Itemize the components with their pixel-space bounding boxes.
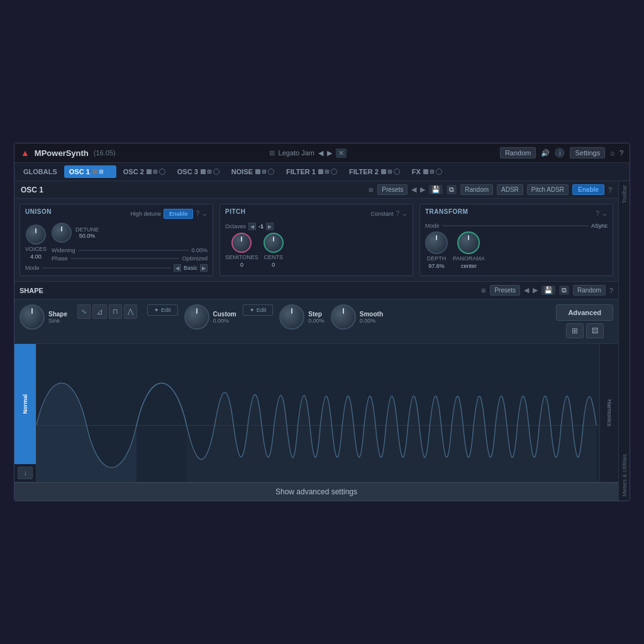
tab-osc3-label: OSC 3 [177, 168, 198, 175]
question-icon[interactable]: ? [608, 186, 612, 194]
filter1-tab-icons: ⊞ [318, 169, 337, 175]
pitch-help-icon[interactable]: ? [396, 210, 399, 217]
adsr-button[interactable]: ADSR [497, 184, 523, 195]
home-icon[interactable]: ⌂ [610, 149, 614, 157]
shape-knob[interactable] [19, 304, 45, 330]
random-button[interactable]: Random [500, 147, 536, 158]
transform-chevron-icon[interactable]: ⌄ [602, 209, 608, 218]
wave-down-button[interactable]: ↓ [18, 467, 33, 479]
tri-shape-button[interactable]: ⋀ [124, 304, 137, 319]
waveform-main[interactable] [36, 344, 599, 482]
tab-filter1[interactable]: FILTER 1 ⊞ [281, 165, 342, 178]
right-toolbar: Toolbar Meters & Utilities [618, 181, 630, 501]
cents-knob[interactable] [264, 233, 284, 253]
waveform-svg [36, 344, 599, 482]
power-icon-f2[interactable] [394, 169, 400, 175]
advanced-button[interactable]: Advanced [556, 304, 613, 321]
step-knob[interactable] [279, 304, 304, 330]
smooth-knob[interactable] [331, 304, 356, 330]
filter2-tab-icons: ⊞ [381, 169, 400, 175]
shape-copy-icon[interactable]: ⧉ [559, 286, 569, 295]
normal-label[interactable]: Normal [14, 344, 36, 464]
custom-edit-col: ✦ Edit [243, 304, 274, 316]
cents-value: 0 [272, 262, 275, 268]
preset-name[interactable]: Legato Jam [279, 149, 314, 157]
detune-label: DETUNE [75, 226, 99, 233]
constant-label: Constant [370, 211, 393, 217]
depth-knob[interactable] [425, 231, 448, 254]
voices-knob[interactable] [26, 225, 46, 245]
tab-filter2[interactable]: FILTER 2 ⊞ [344, 165, 405, 178]
grid-view-button[interactable]: ⊞ [566, 323, 584, 338]
shape-edit-button[interactable]: ✦ Edit [147, 304, 178, 316]
bottom-bar[interactable]: Show advanced settings [14, 482, 618, 501]
shape-nav-next-icon[interactable]: ▶ [533, 286, 538, 294]
close-preset-icon[interactable]: ✕ [336, 148, 347, 158]
nav-right-icon[interactable]: ▶ [327, 149, 332, 157]
harmonics-panel[interactable]: Harmonics [599, 344, 618, 482]
osc3-tab-icons: ⊞ [201, 169, 219, 175]
transform-help-icon[interactable]: ? [596, 210, 599, 217]
power-icon-noise[interactable] [268, 169, 274, 175]
dice-button[interactable]: ⚄ [586, 323, 604, 338]
depth-knob-group: DEPTH 97.6% [425, 231, 448, 269]
custom-edit-button[interactable]: ✦ Edit [243, 304, 274, 316]
help-icon[interactable]: ? [619, 149, 623, 157]
show-advanced-label: Show advanced settings [275, 487, 357, 496]
random-osc1-button[interactable]: Random [460, 184, 493, 195]
panorama-knob[interactable] [457, 231, 480, 254]
tab-noise[interactable]: NOISE ⊞ [226, 165, 279, 178]
saw-shape-button[interactable]: ⊿ [92, 304, 107, 319]
tab-osc2[interactable]: OSC 2 ⊞ [118, 165, 170, 178]
octaves-prev-icon[interactable]: ◀ [248, 223, 256, 230]
app-version: (16.05) [94, 149, 116, 157]
mode-next-icon[interactable]: ▶ [200, 264, 208, 272]
octaves-next-icon[interactable]: ▶ [266, 223, 274, 230]
enable-button[interactable]: Enable [572, 184, 604, 195]
copy-icon[interactable]: ⧉ [447, 185, 457, 194]
shape-presets-button[interactable]: Presets [490, 285, 520, 296]
detune-knob-group: DETUNE 50.0% [52, 223, 208, 243]
dice-icon-osc1 [92, 169, 97, 174]
nav-prev-icon[interactable]: ◀ [411, 186, 416, 194]
settings-button[interactable]: Settings [570, 147, 605, 158]
detune-knob[interactable] [52, 223, 72, 243]
shape-save-icon[interactable]: 💾 [541, 286, 555, 295]
nav-next-icon[interactable]: ▶ [420, 186, 425, 194]
sine-shape-button[interactable]: ∿ [77, 304, 91, 319]
power-icon-fx[interactable] [436, 169, 442, 175]
mode-prev-icon[interactable]: ◀ [174, 264, 181, 272]
power-icon-osc2[interactable] [159, 169, 165, 175]
high-detune-label: High detune [130, 211, 161, 217]
tab-osc1[interactable]: OSC 1 ⊞ [64, 165, 116, 178]
depth-value: 97.6% [428, 263, 445, 269]
shape-nav-prev-icon[interactable]: ◀ [524, 286, 529, 294]
unison-chevron-icon[interactable]: ⌄ [202, 209, 208, 218]
unison-help-icon[interactable]: ? [196, 210, 199, 217]
high-detune-enable-button[interactable]: Enable [164, 209, 194, 219]
osc1-controls: ⊞ Presets ◀ ▶ 💾 ⧉ Random ADSR Pitch ADSR… [56, 184, 612, 195]
save-icon[interactable]: 💾 [429, 185, 443, 194]
semitones-knob[interactable] [231, 233, 252, 253]
osc2-tab-icons: ⊞ [147, 169, 165, 175]
wave-left-panel: Normal ↓ [14, 344, 36, 482]
tab-globals[interactable]: GLOBALS [18, 165, 62, 178]
info-icon[interactable]: i [555, 148, 565, 158]
panorama-knob-group: PANORAMA center [453, 231, 485, 269]
pitch-chevron-icon[interactable]: ⌄ [402, 209, 408, 218]
shape-random-button[interactable]: Random [573, 285, 606, 296]
power-icon-f1[interactable] [331, 169, 337, 175]
tab-fx[interactable]: FX ⊞ [407, 165, 447, 178]
square-shape-button[interactable]: ⊓ [109, 304, 122, 319]
presets-button[interactable]: Presets [377, 184, 408, 195]
pitch-adsr-button[interactable]: Pitch ADSR [527, 184, 569, 195]
shape-help-icon[interactable]: ? [609, 287, 613, 294]
custom-knob[interactable] [184, 304, 209, 330]
shape-params-row: Shape Sine ∿ ⊿ ⊓ ⋀ [14, 299, 618, 344]
power-icon-osc3[interactable] [213, 169, 219, 175]
step-param-val: 0.00% [308, 318, 325, 324]
nav-left-icon[interactable]: ◀ [318, 149, 323, 157]
tab-osc3[interactable]: OSC 3 ⊞ [172, 165, 225, 178]
toolbar-label: Toolbar [621, 185, 628, 204]
power-icon-osc1[interactable] [105, 169, 111, 175]
